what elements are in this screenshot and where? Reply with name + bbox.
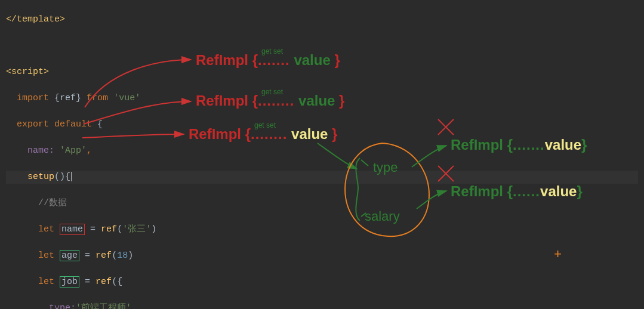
line-setup: setup(){ (6, 171, 638, 184)
line-data-comment: //数据 (6, 197, 638, 210)
line-import: import {ref} from 'vue' (6, 92, 638, 105)
line-blank (6, 39, 638, 52)
line-script-open: <script> (6, 66, 638, 79)
line-let-job: let job = ref({ (6, 276, 638, 289)
line-export: export default { (6, 118, 638, 131)
line-let-age: let age = ref(18) (6, 249, 638, 262)
line-let-name: let name = ref('张三') (6, 223, 638, 236)
line-name: name: 'App', (6, 144, 638, 157)
code-editor[interactable]: </template> <script> import {ref} from '… (0, 0, 644, 309)
text-cursor (71, 172, 72, 181)
line-type: type:'前端工程师', (6, 302, 638, 309)
line-close-template: </template> (6, 13, 638, 26)
